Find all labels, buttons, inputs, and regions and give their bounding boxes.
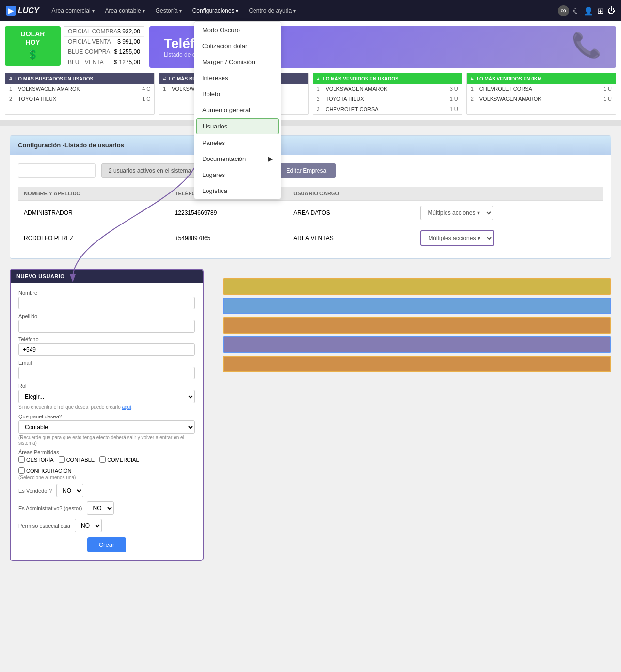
col-name: NOMBRE Y APELLIDO: [18, 187, 169, 201]
user-icon[interactable]: 👤: [584, 6, 593, 16]
nombre-input[interactable]: [18, 297, 195, 309]
crear-button[interactable]: Crear: [87, 537, 127, 552]
nav-item-configuraciones[interactable]: Configuraciones ▾: [188, 4, 243, 17]
form-group-panel: Qué panel desea? Contable (Recuerde que …: [18, 414, 195, 446]
power-icon[interactable]: ⏻: [607, 6, 615, 15]
apellido-label: Apellido: [18, 313, 195, 319]
form-group-nombre: Nombre: [18, 290, 195, 309]
dropdown-usuarios[interactable]: Usuarios: [196, 118, 279, 134]
main-content: Configuración -Listado de usuarios 2 usu…: [0, 126, 621, 571]
dropdown-lugares[interactable]: Lugares: [194, 167, 281, 183]
areas-note: (Seleccione al menos una): [18, 475, 195, 480]
nav-item-gestoria[interactable]: Gestoría ▾: [151, 4, 187, 17]
telefono-input[interactable]: [18, 343, 195, 356]
user-role: AREA DATOS: [287, 201, 414, 225]
dropdown-logistica[interactable]: Logística: [194, 183, 281, 199]
vendedor-select[interactable]: NO SÍ: [56, 484, 83, 497]
checkbox-gestoria-input[interactable]: [18, 456, 25, 463]
configuraciones-dropdown: Modo Oscuro Cotización dolar Margen / Co…: [194, 21, 281, 199]
stat-tables-row: # LO MÁS BUSCADOS EN USADOS 1 VOLKSWAGEN…: [0, 73, 621, 120]
blurred-row-2: [223, 298, 611, 314]
price-row-blue-compra: BLUE COMPRA $ 1255,00: [64, 47, 144, 57]
dropdown-margen[interactable]: Margen / Comisión: [194, 54, 281, 70]
user-phone: 1223154669789: [169, 201, 288, 225]
multiple-actions-select-2[interactable]: Múltiples acciones ▾: [420, 230, 494, 246]
dolar-box: DOLARHOY 💲: [5, 26, 61, 66]
col-actions: [414, 187, 603, 201]
panel-select[interactable]: Contable: [18, 420, 195, 434]
config-body: 2 usuarios activos en el sistema Agregar…: [10, 155, 611, 258]
col-role: USUARIO CARGO: [287, 187, 414, 201]
checkbox-comercial: COMERCIAL: [99, 456, 139, 463]
table-header-row: NOMBRE Y APELLIDO TELÉFONO USUARIO CARGO: [18, 187, 603, 201]
users-table: NOMBRE Y APELLIDO TELÉFONO USUARIO CARGO…: [18, 187, 603, 251]
new-user-panel: NUEVO USUARIO Nombre Apellido Teléfono E…: [10, 269, 204, 561]
dropdown-cotizacion[interactable]: Cotización dolar: [194, 38, 281, 54]
checkbox-comercial-input[interactable]: [99, 456, 106, 463]
new-user-header: NUEVO USUARIO: [11, 270, 203, 283]
infinity-icon[interactable]: ∞: [558, 5, 569, 16]
stat-row: 3 CHEVROLET CORSA 1 U: [313, 104, 462, 114]
telefono-label: Teléfono: [18, 336, 195, 342]
dropdown-modo-oscuro[interactable]: Modo Oscuro: [194, 22, 281, 38]
navbar: ▶ LUCY Area comercial ▾ Area contable ▾ …: [0, 0, 621, 21]
dropdown-aumento[interactable]: Aumento general: [194, 102, 281, 118]
dropdown-paneles[interactable]: Paneles: [194, 135, 281, 151]
stat-row: 2 TOYOTA HILUX 1 C: [5, 94, 154, 104]
panel-note: (Recuerde que para que esto tenga efecto…: [18, 435, 195, 446]
form-group-email: Email: [18, 360, 195, 379]
chevron-down-icon: ▾: [179, 8, 182, 14]
right-action-area: ELIMINAR EDITAR ● WAPP ● ACCESO ● LLAMAR: [213, 269, 611, 561]
edit-company-button[interactable]: Editar Empresa: [276, 163, 336, 178]
nav-item-contable[interactable]: Area contable ▾: [100, 4, 150, 17]
bottom-section: NUEVO USUARIO Nombre Apellido Teléfono E…: [10, 269, 611, 561]
dropdown-boleto[interactable]: Boleto: [194, 86, 281, 102]
administrativo-select[interactable]: NO SÍ: [87, 501, 114, 515]
dropdown-intereses[interactable]: Intereses: [194, 70, 281, 86]
logo-text: LUCY: [18, 6, 39, 15]
user-phone: +5498897865: [169, 225, 288, 251]
blurred-row-1: [223, 278, 611, 295]
user-actions-cell: Múltiples acciones ▾: [414, 201, 603, 225]
nav-item-ayuda[interactable]: Centro de ayuda ▾: [244, 4, 301, 17]
search-input[interactable]: [18, 163, 96, 178]
user-name: ADMINISTRADOR: [18, 201, 169, 225]
config-toolbar: 2 usuarios activos en el sistema Agregar…: [18, 162, 603, 179]
multiple-actions-select-1[interactable]: Múltiples acciones ▾: [420, 206, 493, 220]
rol-link[interactable]: aquí: [122, 404, 131, 410]
apellido-input[interactable]: [18, 320, 195, 333]
top-panel: DOLARHOY 💲 OFICIAL COMPRA $ 932,00 OFICI…: [0, 21, 621, 73]
nav-item-comercial[interactable]: Area comercial ▾: [47, 4, 99, 17]
logo[interactable]: ▶ LUCY: [6, 6, 39, 16]
form-group-vendedor: Es Vendedor? NO SÍ: [18, 484, 195, 497]
table-row: RODOLFO PEREZ +5498897865 AREA VENTAS Mú…: [18, 225, 603, 251]
user-actions-cell: Múltiples acciones ▾: [414, 225, 603, 251]
chevron-down-icon: ▾: [143, 8, 145, 14]
chevron-down-icon: ▾: [236, 8, 238, 14]
email-input[interactable]: [18, 367, 195, 379]
sub-arrow-icon: ▶: [268, 155, 273, 162]
nombre-label: Nombre: [18, 290, 195, 296]
dropdown-documentacion[interactable]: Documentación ▶: [194, 151, 281, 167]
rol-select[interactable]: Elegir...: [18, 390, 195, 403]
price-row-of-venta: OFICIAL VENTA $ 991,00: [64, 37, 144, 47]
email-label: Email: [18, 360, 195, 366]
stat-header-3: # LO MÁS VENDIDOS EN USADOS: [313, 73, 462, 84]
nav-right: ∞ ☾ 👤 ⊞ ⏻: [558, 5, 615, 16]
grid-icon[interactable]: ⊞: [597, 6, 604, 16]
stat-row: 1 VOLKSWAGEN AMAROK 3 U: [313, 84, 462, 94]
caja-select[interactable]: NO SÍ: [75, 519, 102, 532]
panel-label: Qué panel desea?: [18, 414, 195, 419]
stat-row: 1 VOLKSWAGEN AMAROK 4 C: [5, 84, 154, 94]
checkbox-configuracion-input[interactable]: [18, 467, 25, 474]
rol-note: Si no encuentra el rol que desea, puede …: [18, 404, 195, 410]
form-group-caja: Permiso especial caja NO SÍ: [18, 519, 195, 532]
form-group-areas: Áreas Permitidas GESTORÍA CONTABLE COMER…: [18, 449, 195, 480]
price-table: OFICIAL COMPRA $ 932,00 OFICIAL VENTA $ …: [64, 26, 144, 67]
caja-label: Permiso especial caja NO SÍ: [18, 519, 195, 532]
checkbox-contable-input[interactable]: [59, 456, 65, 463]
stat-table-usados-vendidos: # LO MÁS VENDIDOS EN USADOS 1 VOLKSWAGEN…: [313, 73, 462, 115]
phone-icon: 📞: [572, 31, 602, 59]
form-group-telefono: Teléfono: [18, 336, 195, 356]
dark-mode-icon[interactable]: ☾: [573, 6, 580, 16]
